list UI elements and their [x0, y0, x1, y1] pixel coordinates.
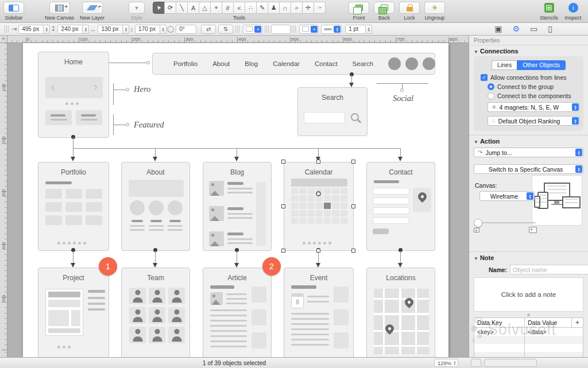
- selection-handle[interactable]: [351, 160, 355, 164]
- numbered-badge-2[interactable]: 2: [262, 257, 281, 276]
- note-editor[interactable]: Click to add a note: [474, 277, 583, 312]
- flip-horizontal-button[interactable]: ⇄: [201, 25, 216, 34]
- lock-button[interactable]: Lock: [399, 2, 420, 21]
- fill-dropdown[interactable]: ▼: [299, 25, 319, 34]
- inspector-footer-field[interactable]: [484, 359, 537, 367]
- sitemap-card-search[interactable]: Search: [297, 87, 368, 136]
- rotation-field[interactable]: 0°: [176, 25, 196, 34]
- stencils-button[interactable]: ⊞ Stencils: [539, 2, 559, 21]
- sitemap-card-article[interactable]: Article: [203, 268, 272, 357]
- nav-item[interactable]: Search: [353, 60, 373, 67]
- style-brush-tool-icon[interactable]: [256, 2, 268, 14]
- sitemap-card-about[interactable]: About: [121, 162, 190, 251]
- annotation-hero[interactable]: Hero: [134, 84, 150, 94]
- diagramming-tool-icon[interactable]: [245, 2, 257, 14]
- nav-item[interactable]: Portfolio: [173, 60, 198, 67]
- action-section-title[interactable]: ▼Action: [469, 135, 588, 146]
- magnet-tool-icon[interactable]: [279, 2, 291, 14]
- object-name-input[interactable]: [510, 265, 588, 274]
- selection-handle[interactable]: [281, 204, 285, 208]
- browse-tool-icon[interactable]: [314, 2, 326, 14]
- selection-handle[interactable]: [281, 249, 285, 253]
- shape-tool-icon[interactable]: [164, 2, 176, 14]
- y-position-field[interactable]: 240 px: [57, 25, 83, 34]
- properties-gear-icon[interactable]: ⚙: [512, 24, 520, 33]
- nav-item[interactable]: Blog: [245, 60, 258, 67]
- sidebar-button[interactable]: Sidebar: [3, 2, 24, 21]
- radio-selected-icon[interactable]: [488, 83, 494, 90]
- object-inspector-icon[interactable]: ▣: [494, 24, 502, 33]
- tab-lines[interactable]: Lines: [492, 60, 517, 70]
- document-inspector-icon[interactable]: ▯: [548, 24, 552, 33]
- new-canvas-button[interactable]: New Canvas: [45, 2, 74, 21]
- checkbox-checked-icon[interactable]: ✓: [481, 74, 488, 81]
- sitemap-card-portfolio[interactable]: Portfolio: [38, 162, 109, 251]
- tab-other-objects[interactable]: Other Objects: [517, 60, 566, 70]
- point-editor-tool-icon[interactable]: [210, 2, 222, 14]
- inspector-footer-button[interactable]: [471, 359, 481, 367]
- front-button[interactable]: Front: [349, 2, 369, 21]
- selection-handle[interactable]: [281, 160, 285, 164]
- data-row-empty[interactable]: [474, 336, 583, 344]
- add-data-row-button[interactable]: +: [571, 318, 583, 327]
- nav-item[interactable]: About: [212, 60, 230, 67]
- radio-unselected-icon[interactable]: [488, 92, 494, 99]
- line-tool-icon[interactable]: [176, 2, 188, 14]
- sitemap-card-project[interactable]: Project: [38, 268, 109, 357]
- sitemap-card-team[interactable]: Team: [121, 268, 190, 357]
- selection-handle[interactable]: [351, 204, 355, 208]
- height-stepper[interactable]: ▲▼: [160, 25, 167, 34]
- selection-handle[interactable]: [316, 160, 320, 164]
- sitemap-card-contact[interactable]: Contact: [366, 162, 435, 251]
- sitemap-card-calendar[interactable]: Calendar: [284, 162, 354, 251]
- shape-style-dropdown[interactable]: ▼: [243, 25, 262, 34]
- style-well-field[interactable]: [271, 25, 291, 34]
- sitemap-navbar[interactable]: Portfolio About Blog Calendar Contact Se…: [152, 53, 435, 75]
- back-button[interactable]: Back: [374, 2, 394, 21]
- artboard-tool-icon[interactable]: [222, 2, 234, 14]
- canvas-select-dropdown[interactable]: Wireframe ▲▼: [479, 191, 535, 201]
- y-stepper[interactable]: ▲▼: [83, 25, 89, 34]
- collapse-tools-icon[interactable]: [233, 2, 245, 14]
- connections-section-title[interactable]: ▼Connections: [469, 45, 588, 56]
- rubber-stamp-tool-icon[interactable]: [268, 2, 280, 14]
- data-row-empty[interactable]: [474, 344, 583, 352]
- magnets-dropdown[interactable]: ✛ 4 magnets: N, S, E, W ▲▼: [488, 102, 580, 112]
- height-field[interactable]: 170 px: [135, 25, 160, 34]
- pan-tool-icon[interactable]: [302, 2, 314, 14]
- sitemap-card-blog[interactable]: Blog: [203, 162, 272, 251]
- flip-vertical-button[interactable]: ⇅: [218, 25, 233, 34]
- numbered-badge-1[interactable]: 1: [99, 257, 117, 276]
- selection-tool-icon[interactable]: [153, 2, 165, 14]
- selection-handle[interactable]: [351, 249, 355, 253]
- splitter-handle[interactable]: [527, 313, 530, 316]
- sitemap-card-locations[interactable]: Locations: [366, 268, 435, 357]
- new-layer-button[interactable]: New Layer: [80, 2, 105, 21]
- data-row[interactable]: <key> <data>: [474, 328, 583, 336]
- stroke-width-stepper[interactable]: ▲▼: [366, 25, 372, 34]
- action-type-dropdown[interactable]: ↷ Jump to... ▲▼: [474, 148, 583, 157]
- canvas-inspector-icon[interactable]: ▭: [530, 24, 537, 33]
- zoom-control[interactable]: 129% ▲▼: [434, 359, 458, 367]
- pen-tool-icon[interactable]: [199, 2, 211, 14]
- annotation-social[interactable]: Social: [380, 94, 426, 103]
- selection-handle[interactable]: [316, 249, 320, 253]
- style-button[interactable]: ▼ Style: [129, 2, 145, 21]
- inspect-button[interactable]: i Inspect: [563, 2, 583, 21]
- x-position-field[interactable]: 495 px: [18, 25, 44, 34]
- note-section-title[interactable]: ▼Note: [469, 252, 588, 263]
- nav-item[interactable]: Calendar: [273, 60, 300, 67]
- annotation-featured[interactable]: Featured: [134, 120, 164, 130]
- sitemap-card-event[interactable]: Event 8: [284, 268, 354, 357]
- zoom-tool-icon[interactable]: [291, 2, 303, 14]
- canvas-viewport[interactable]: 0 100 200 300 400 500 600 700 800 100 20…: [0, 36, 469, 357]
- canvas-page[interactable]: Home ‹ ›: [23, 43, 448, 357]
- width-stepper[interactable]: ▲▼: [123, 25, 129, 34]
- width-field[interactable]: 130 px: [98, 25, 123, 34]
- canvas-preview-thumbnail[interactable]: [532, 175, 582, 226]
- ungroup-button[interactable]: ✳ Ungroup: [424, 2, 445, 21]
- stroke-width-field[interactable]: 1 pt: [345, 25, 366, 34]
- stroke-style-dropdown[interactable]: ▲▼: [321, 25, 342, 34]
- nav-item[interactable]: Contact: [315, 60, 338, 67]
- preview-scale-slider[interactable]: [475, 222, 536, 223]
